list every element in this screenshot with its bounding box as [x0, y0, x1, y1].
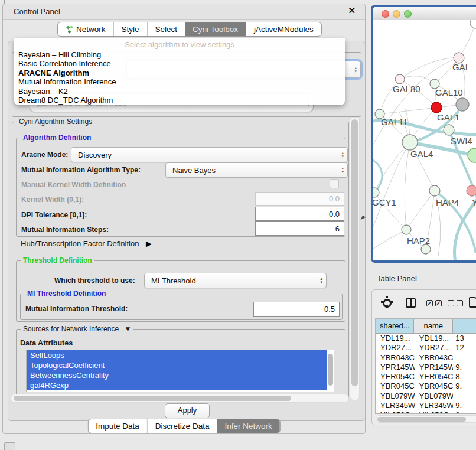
table-row[interactable]: YIL052CYIL052C8.: [376, 410, 476, 414]
unchecked-box-icon[interactable]: [457, 300, 463, 306]
kernel-width-input[interactable]: 0.0: [255, 192, 344, 206]
combo-arrows-icon: ▴▾: [320, 277, 322, 284]
network-node[interactable]: [431, 102, 442, 113]
network-node[interactable]: [402, 135, 418, 150]
data-attributes-list[interactable]: SelfLoopsTopologicalCoefficientBetweenne…: [26, 350, 334, 392]
attribute-item[interactable]: BetweennessCentrality: [27, 370, 327, 380]
table-row[interactable]: YLR345WYLR345W9.: [376, 401, 476, 410]
network-graph: GALGAL80GAL10GAL1GAL11SWI4GAL4GCY1HAP4YH…: [373, 20, 476, 260]
algorithm-option[interactable]: ARACNE Algorithm: [14, 69, 345, 77]
cyni-algorithm-settings-group: Cyni Algorithm Settings Algorithm Defini…: [12, 122, 349, 399]
network-canvas[interactable]: GALGAL80GAL10GAL1GAL11SWI4GAL4GCY1HAP4YH…: [373, 20, 476, 260]
columns-icon[interactable]: [406, 298, 416, 308]
list-scrollbar[interactable]: [328, 353, 333, 387]
table-cell: 12: [453, 343, 476, 353]
which-threshold-combobox[interactable]: MI Threshold ▴▾: [144, 273, 327, 288]
node-label: GAL4: [410, 149, 433, 159]
algorithm-dropdown-popup: Select algorithm to view settings Bayesi…: [14, 38, 345, 105]
network-node[interactable]: [373, 188, 379, 197]
settings-vertical-scrollbar[interactable]: [350, 117, 360, 400]
node-label: GAL10: [435, 87, 463, 97]
tab-jactivemnodules[interactable]: jActiveMNodules: [246, 22, 321, 36]
document-icon[interactable]: [469, 297, 476, 308]
network-node[interactable]: [395, 74, 405, 84]
close-icon[interactable]: ✕: [348, 5, 356, 16]
table-cell: 9.: [453, 381, 476, 391]
tab-impute-data[interactable]: Impute Data: [88, 419, 147, 433]
aracne-mode-label: Aracne Mode:: [21, 151, 68, 159]
node-table[interactable]: shared...name YDL19...YDL19...13YDR27...…: [375, 318, 476, 414]
algorithm-option[interactable]: Bayesian – Hill Climbing: [14, 50, 345, 59]
mi-type-combobox[interactable]: Naive Bayes ▴▾: [165, 162, 348, 178]
network-node[interactable]: [468, 148, 476, 162]
control-panel-titlebar[interactable]: Control Panel ✕: [3, 4, 365, 20]
tab-network[interactable]: Network: [58, 22, 113, 36]
column-header[interactable]: shared...: [376, 319, 414, 334]
mi-threshold-input[interactable]: 0.5: [253, 302, 340, 317]
float-window-icon[interactable]: [335, 9, 341, 15]
table-row[interactable]: YER054CYER054C8.: [376, 372, 476, 381]
tab-select[interactable]: Select: [147, 22, 185, 36]
sources-expander[interactable]: Sources for Network Inference ▼: [21, 325, 133, 333]
unchecked-box-icon[interactable]: [448, 300, 454, 306]
table-row[interactable]: YBL079WYBL079W: [376, 392, 476, 401]
manual-kernel-checkbox[interactable]: [330, 179, 339, 188]
table-row[interactable]: YDR27...YDR27...12: [376, 343, 476, 353]
hub-definition-expander[interactable]: Hub/Transcription Factor Definition ▶: [21, 239, 152, 248]
column-header[interactable]: [453, 319, 476, 334]
algorithm-option[interactable]: Bayesian – K2: [14, 87, 345, 96]
mac-minimize-icon[interactable]: [393, 10, 400, 18]
combo-arrows-icon: ▴▾: [341, 167, 344, 174]
table-header-row[interactable]: shared...name: [376, 319, 476, 334]
table-horizontal-scrollbar[interactable]: [376, 415, 476, 423]
algorithm-option[interactable]: Dream8 DC_TDC Algorithm: [14, 96, 345, 105]
aracne-mode-combobox[interactable]: Discovery ▴▾: [71, 147, 348, 162]
mi-steps-input[interactable]: 6: [255, 221, 344, 236]
column-header[interactable]: name: [414, 319, 452, 334]
apply-button[interactable]: Apply: [165, 403, 210, 418]
node-label: Y: [472, 197, 476, 207]
table-body[interactable]: YDL19...YDL19...13YDR27...YDR27...12YBR0…: [376, 334, 476, 414]
mac-close-icon[interactable]: [382, 10, 389, 18]
checked-box-icon[interactable]: ✓: [435, 300, 442, 306]
dpi-tolerance-input[interactable]: 0.0: [255, 207, 344, 221]
table-cell: 9.: [453, 401, 476, 410]
table-row[interactable]: YBR043CYBR043C: [376, 353, 476, 363]
sources-group: Sources for Network Inference ▼ Data Att…: [16, 329, 345, 398]
network-node[interactable]: [402, 225, 411, 234]
network-node[interactable]: [444, 125, 454, 135]
group-title: MI Threshold Definition: [25, 289, 108, 298]
network-node[interactable]: [467, 185, 476, 196]
table-row[interactable]: YDL19...YDL19...13: [376, 334, 476, 343]
table-cell: YIL052C: [415, 410, 454, 414]
cyni-bottom-tabbar: Impute Data Discretize Data Infer Networ…: [87, 419, 280, 433]
mac-zoom-icon[interactable]: [404, 10, 412, 18]
table-cell: YER054C: [415, 372, 454, 381]
table-row[interactable]: YBR045CYBR045C9.: [376, 381, 476, 391]
attribute-item[interactable]: SelfLoops: [27, 350, 327, 360]
attribute-item[interactable]: TopologicalCoefficient: [27, 360, 327, 370]
settings-horizontal-scrollbar[interactable]: [11, 394, 349, 403]
corner-grip[interactable]: [4, 442, 15, 450]
checked-box-icon[interactable]: ✓: [426, 300, 433, 306]
group-title: Cyni Algorithm Settings: [17, 118, 94, 126]
kernel-width-label: Kernel Width (0,1):: [21, 195, 84, 204]
tab-infer-network[interactable]: Infer Network: [217, 419, 279, 433]
dropdown-prompt: Select algorithm to view settings: [14, 40, 345, 49]
table-row[interactable]: YPR145WYPR145W9.: [376, 363, 476, 372]
network-node[interactable]: [429, 185, 440, 196]
algorithm-definition-group: Algorithm Definition Aracne Mode: Discov…: [16, 138, 345, 237]
algorithm-option[interactable]: Mutual Information Inference: [14, 77, 345, 86]
attribute-item[interactable]: gal4RGexp: [27, 380, 327, 390]
network-node[interactable]: [421, 244, 431, 254]
network-node[interactable]: [470, 20, 476, 28]
tab-style[interactable]: Style: [113, 22, 147, 36]
network-node[interactable]: [456, 98, 469, 111]
tab-cyni-toolbox[interactable]: Cyni Toolbox: [185, 22, 246, 36]
network-window-titlebar[interactable]: [373, 7, 476, 21]
table-cell: YDL19...: [376, 334, 415, 343]
tab-discretize-data[interactable]: Discretize Data: [147, 419, 217, 433]
mi-threshold-group: MI Threshold Definition Mutual Informati…: [20, 294, 343, 320]
expander-arrow-icon: ▶: [146, 239, 152, 248]
algorithm-option[interactable]: Basic Correlation Inference: [14, 59, 345, 68]
